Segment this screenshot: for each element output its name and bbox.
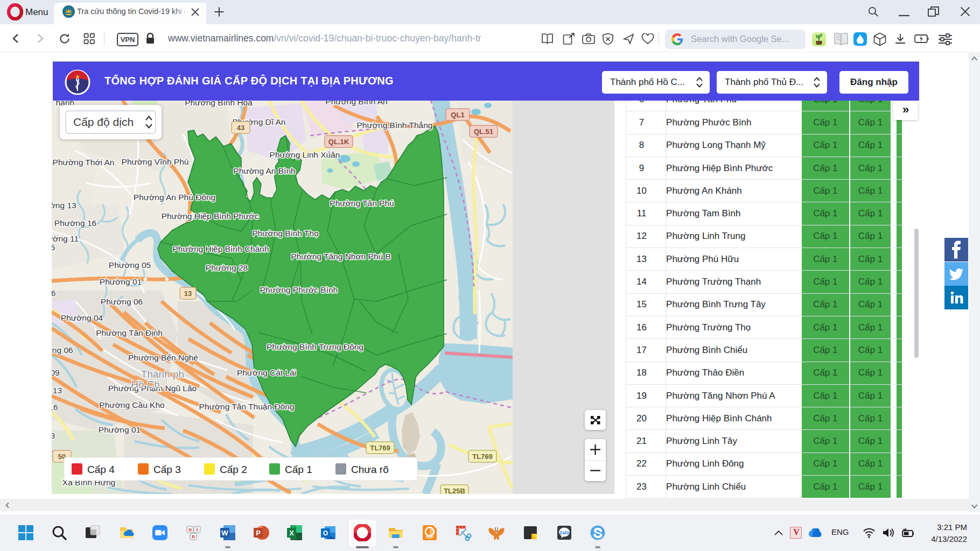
- svg-text:3: 3: [52, 431, 55, 440]
- svg-text:Cấp 3: Cấp 3: [153, 464, 181, 475]
- svg-text:Cấp 1: Cấp 1: [285, 464, 312, 475]
- svg-text:P: P: [256, 529, 261, 537]
- svg-text:O: O: [323, 529, 328, 537]
- svg-text:i: i: [197, 527, 198, 532]
- svg-text:Phường Vĩnh Phú: Phường Vĩnh Phú: [122, 157, 189, 166]
- svg-text:43: 43: [237, 124, 244, 132]
- svg-text:Phường 01: Phường 01: [100, 277, 142, 286]
- svg-text:W: W: [221, 529, 228, 537]
- svg-text:Phường An Bình: Phường An Bình: [233, 166, 295, 175]
- svg-text:Phường Hiệp Bình Chánh: Phường Hiệp Bình Chánh: [172, 244, 269, 253]
- svg-text:Phường Thới An: Phường Thới An: [53, 158, 115, 167]
- svg-text:Phường An Phú Đông: Phường An Phú Đông: [134, 193, 215, 202]
- svg-text:Cấp 2: Cấp 2: [220, 464, 247, 475]
- svg-text:Phường Phước Bình: Phường Phước Bình: [260, 285, 338, 294]
- svg-text:n: n: [192, 534, 195, 539]
- svg-text:09: 09: [52, 368, 60, 377]
- svg-text:TL769: TL769: [370, 444, 390, 452]
- svg-text:Phường Bình Trưng Đông: Phường Bình Trưng Đông: [267, 342, 363, 351]
- svg-text:Phường Tân Phú: Phường Tân Phú: [330, 199, 394, 208]
- svg-text:Phường Tân Định: Phường Tân Định: [96, 328, 163, 337]
- svg-text:Phường 04: Phường 04: [61, 313, 103, 322]
- svg-text:ường 13: ường 13: [52, 201, 76, 210]
- svg-text:ường 06: ường 06: [52, 345, 73, 355]
- svg-text:16: 16: [52, 402, 58, 412]
- svg-text:Phường 05: Phường 05: [109, 260, 151, 270]
- svg-text:Phường Bình Thắng: Phường Bình Thắng: [357, 121, 433, 130]
- svg-text:Phường Bến Nghé: Phường Bến Nghé: [128, 353, 198, 362]
- svg-text:X: X: [289, 529, 294, 537]
- svg-text:PDF: PDF: [426, 535, 434, 539]
- svg-text:6: 6: [52, 288, 55, 298]
- svg-text:Phường Cát Lái: Phường Cát Lái: [237, 368, 296, 377]
- svg-text:Phường 06: Phường 06: [101, 297, 143, 306]
- svg-text:Chưa rõ: Chưa rõ: [351, 464, 389, 475]
- svg-text:5: 5: [52, 243, 55, 252]
- svg-text:ường 11: ường 11: [52, 234, 79, 243]
- svg-text:Phường 01: Phường 01: [99, 425, 141, 434]
- svg-text:QL.1K: QL.1K: [328, 138, 349, 146]
- svg-text:TL769: TL769: [472, 453, 493, 461]
- svg-text:u: u: [188, 527, 192, 532]
- svg-text:Zalo: Zalo: [559, 530, 570, 535]
- svg-text:Phường Cầu Kho: Phường Cầu Kho: [99, 400, 164, 409]
- svg-text:Thành ph: Thành ph: [141, 369, 184, 380]
- svg-text:Phường Hiệp Bình Phước: Phường Hiệp Bình Phước: [162, 211, 259, 221]
- svg-text:Phường 16: Phường 16: [54, 218, 96, 228]
- svg-text:Phường 28: Phường 28: [206, 263, 248, 272]
- svg-text:Phường Bình Thọ: Phường Bình Thọ: [252, 229, 319, 238]
- svg-text:g 13: g 13: [52, 386, 62, 395]
- svg-text:Hồ Ch: Hồ Ch: [131, 379, 160, 390]
- svg-text:Phường Linh Xuân: Phường Linh Xuân: [270, 150, 340, 159]
- svg-text:Phường Tăng Nhơn Phú B: Phường Tăng Nhơn Phú B: [291, 252, 391, 261]
- svg-text:13: 13: [184, 289, 192, 298]
- svg-text:Phường Tân Thuận Đông: Phường Tân Thuận Đông: [199, 402, 295, 411]
- svg-text:Phường Bình An: Phường Bình An: [325, 101, 387, 106]
- svg-text:Cấp 4: Cấp 4: [87, 464, 115, 475]
- svg-text:Cấp độ dịch: Cấp độ dịch: [73, 116, 134, 128]
- svg-text:QL.51: QL.51: [474, 128, 493, 136]
- svg-text:Phường Bình Hoà: Phường Bình Hoà: [185, 101, 253, 107]
- svg-text:TL25B: TL25B: [444, 487, 465, 494]
- svg-text:QL1: QL1: [451, 111, 464, 119]
